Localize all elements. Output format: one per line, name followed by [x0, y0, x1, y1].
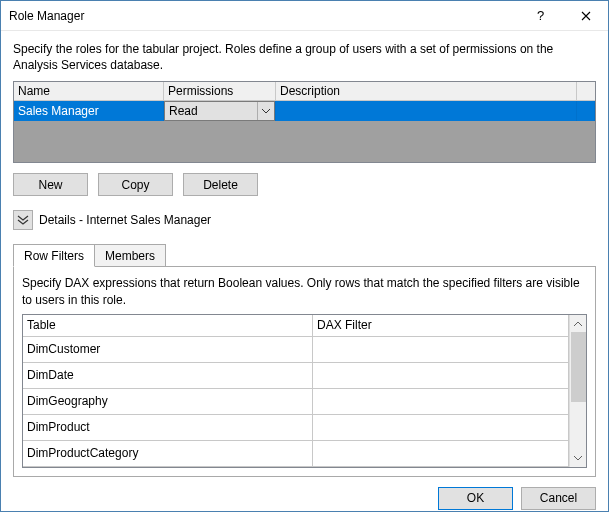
filter-row[interactable]: DimCustomer — [23, 337, 569, 363]
scroll-up-icon[interactable] — [570, 315, 586, 332]
vertical-scrollbar[interactable] — [569, 315, 586, 467]
row-filters-panel: Specify DAX expressions that return Bool… — [13, 266, 596, 476]
window-title: Role Manager — [9, 9, 518, 23]
filter-row[interactable]: DimProductCategory — [23, 441, 569, 467]
scroll-down-icon[interactable] — [570, 450, 586, 467]
filter-header-table[interactable]: Table — [23, 315, 313, 337]
ok-button[interactable]: OK — [438, 487, 513, 510]
roles-header-permissions[interactable]: Permissions — [164, 82, 276, 101]
role-description-cell[interactable] — [276, 101, 577, 121]
details-label: Details - Internet Sales Manager — [39, 213, 211, 227]
filter-row[interactable]: DimDate — [23, 363, 569, 389]
filter-table-cell[interactable]: DimDate — [23, 363, 313, 389]
filter-dax-cell[interactable] — [313, 363, 569, 389]
row-filters-instructions: Specify DAX expressions that return Bool… — [22, 275, 587, 307]
role-name-cell[interactable]: Sales Manager — [14, 101, 164, 121]
filter-row[interactable]: DimProduct — [23, 415, 569, 441]
permissions-combo[interactable]: Read — [164, 101, 275, 121]
dialog-instructions: Specify the roles for the tabular projec… — [13, 41, 596, 73]
role-row[interactable]: Sales Manager Read — [14, 101, 595, 121]
copy-button[interactable]: Copy — [98, 173, 173, 196]
cancel-button[interactable]: Cancel — [521, 487, 596, 510]
help-button[interactable]: ? — [518, 1, 563, 31]
tab-row-filters[interactable]: Row Filters — [13, 244, 95, 267]
titlebar: Role Manager ? — [1, 1, 608, 31]
filter-table-cell[interactable]: DimGeography — [23, 389, 313, 415]
tab-members[interactable]: Members — [95, 244, 166, 266]
filter-table-cell[interactable]: DimCustomer — [23, 337, 313, 363]
filter-dax-cell[interactable] — [313, 415, 569, 441]
close-button[interactable] — [563, 1, 608, 31]
roles-grid[interactable]: Name Permissions Description Sales Manag… — [13, 81, 596, 163]
filter-table-cell[interactable]: DimProduct — [23, 415, 313, 441]
row-filters-grid[interactable]: Table DAX Filter DimCustomerDimDateDimGe… — [23, 315, 569, 467]
details-toggle-button[interactable] — [13, 210, 33, 230]
roles-header-description[interactable]: Description — [276, 82, 577, 101]
permissions-value: Read — [169, 104, 198, 118]
filter-row[interactable]: DimGeography — [23, 389, 569, 415]
filter-table-cell[interactable]: DimProductCategory — [23, 441, 313, 467]
new-button[interactable]: New — [13, 173, 88, 196]
scroll-thumb[interactable] — [571, 332, 586, 402]
delete-button[interactable]: Delete — [183, 173, 258, 196]
filter-dax-cell[interactable] — [313, 337, 569, 363]
chevron-down-icon — [257, 102, 274, 120]
roles-header-name[interactable]: Name — [14, 82, 164, 101]
filter-header-dax[interactable]: DAX Filter — [313, 315, 569, 337]
filter-dax-cell[interactable] — [313, 441, 569, 467]
filter-dax-cell[interactable] — [313, 389, 569, 415]
